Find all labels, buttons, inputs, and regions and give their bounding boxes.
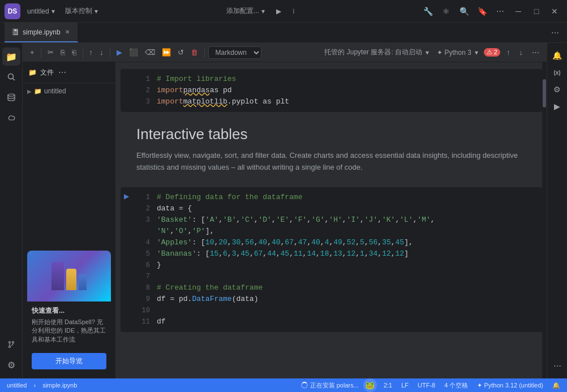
svg-point-5: [8, 346, 10, 348]
status-installing: 正在安装 polars...: [301, 381, 359, 390]
python-label: ✦ Python 3: [437, 49, 471, 57]
code-line-c2-2: 2 data = {: [139, 203, 538, 214]
vcs-label: 版本控制: [65, 6, 92, 16]
activity-search-icon[interactable]: [2, 68, 20, 86]
code-line-c2-10: 10: [139, 305, 538, 316]
tab-more-button[interactable]: ⋯: [548, 26, 562, 40]
code-cell-1[interactable]: 1 # Import libraries 2 import pandas as …: [121, 69, 542, 112]
status-python-version[interactable]: ✦ Python 3.12 (untitled): [475, 382, 545, 389]
svg-line-1: [12, 79, 15, 81]
editor-sidebar-split: 📁 文件 ⋯ ▶ 📁 untitled: [23, 62, 547, 378]
activity-bar: 📁 ⚙: [0, 43, 23, 378]
status-file[interactable]: simple.ipynb: [40, 382, 79, 389]
stop-button[interactable]: ⬛: [126, 46, 141, 59]
notification-icon[interactable]: 🔔: [549, 48, 565, 63]
move-up-button[interactable]: ↑: [87, 46, 96, 59]
dropdown-arrow-server: ▾: [426, 49, 429, 57]
run-panel-icon[interactable]: ▶: [549, 98, 565, 114]
tab-simple-ipynb[interactable]: 📓 simple.ipynb ✕: [5, 23, 78, 42]
add-cell-button[interactable]: +: [27, 46, 37, 59]
more-panel-icon[interactable]: ⋯: [549, 358, 565, 374]
sidebar: 📁 文件 ⋯ ▶ 📁 untitled: [23, 62, 116, 378]
status-project-label: untitled: [7, 382, 27, 389]
status-installing-label: 正在安装 polars...: [310, 381, 359, 390]
error-badge[interactable]: ⚠ 2: [484, 48, 500, 57]
kernel-info: 托管的 Jupyter 服务器: 自动启动 ▾ ✦ Python 3 ▾ ⚠ 2…: [324, 46, 542, 59]
promo-desc: 刚开始使用 DataSpell? 充分利用您的 IDE，熟悉其工具和基本工作流: [32, 318, 106, 344]
settings-icon-btn[interactable]: 🔧: [420, 3, 436, 19]
maximize-button[interactable]: □: [529, 3, 544, 19]
project-menu-button[interactable]: untitled ▾: [24, 6, 58, 17]
status-line-ending-label: LF: [401, 382, 409, 389]
status-indent[interactable]: 4 个空格: [442, 381, 470, 390]
arrow-icon: ▶: [27, 88, 32, 94]
code-line-3: 3 import matplotlib.pyplot as plt: [139, 96, 538, 107]
nav-up-button[interactable]: ↑: [504, 46, 513, 59]
move-down-button[interactable]: ↓: [97, 46, 106, 59]
clear-button[interactable]: ⌫: [142, 46, 158, 59]
activity-settings-icon[interactable]: ⚙: [2, 356, 20, 374]
code-cell-2[interactable]: ▶ 1 # Defining data for the dataframe 2 …: [121, 187, 542, 332]
activity-database-icon[interactable]: [2, 88, 20, 106]
tab-close-button[interactable]: ✕: [64, 28, 71, 36]
code-lines-1: 1 # Import libraries 2 import pandas as …: [121, 69, 542, 112]
run-arrow-icon: ▶: [124, 192, 129, 200]
sidebar-project-label: 文件: [40, 68, 54, 77]
status-position[interactable]: 2:1: [381, 382, 394, 389]
status-encoding-label: UTF-8: [418, 382, 435, 389]
copy-button[interactable]: ⎘: [58, 46, 68, 59]
add-config-label: 添加配置...: [226, 6, 259, 16]
file-tree-item-untitled[interactable]: ▶ 📁 untitled: [23, 85, 115, 97]
settings-panel-icon[interactable]: ⚙: [549, 81, 565, 97]
status-notifications-btn[interactable]: 🔔: [550, 382, 562, 389]
status-project[interactable]: untitled: [5, 382, 29, 389]
promo-panel: 快速查看... 刚开始使用 DataSpell? 充分利用您的 IDE，熟悉其工…: [27, 251, 111, 374]
run-button[interactable]: ▶: [273, 6, 285, 17]
status-python-version-label: ✦ Python 3.12 (untitled): [477, 382, 543, 389]
bookmark-btn[interactable]: 🔖: [474, 3, 490, 19]
debug-button[interactable]: ⁞: [289, 6, 298, 17]
status-encoding[interactable]: UTF-8: [415, 382, 437, 389]
cell-type-selector[interactable]: Markdown Code Raw: [208, 46, 261, 59]
svg-point-2: [8, 94, 15, 96]
activity-git-icon[interactable]: [2, 335, 20, 354]
title-bar-left: DS untitled ▾ 版本控制 ▾: [5, 3, 101, 19]
code-line-c2-11: 11 df: [139, 316, 538, 328]
add-config-button[interactable]: 添加配置... ▾: [223, 5, 268, 18]
atom-icon-btn[interactable]: ⚛: [438, 3, 454, 19]
nav-down-button[interactable]: ↓: [517, 46, 526, 59]
delete-button[interactable]: 🗑: [188, 46, 201, 59]
notebook-content: 1 # Import libraries 2 import pandas as …: [116, 62, 547, 378]
vcs-button[interactable]: 版本控制 ▾: [62, 5, 101, 18]
paste-button[interactable]: ⎗: [69, 46, 79, 59]
promo-start-button[interactable]: 开始导览: [32, 353, 106, 369]
run-cell-button[interactable]: ▶: [114, 46, 125, 59]
toolbar-more-button[interactable]: ⋯: [529, 46, 542, 59]
search-btn[interactable]: 🔍: [456, 3, 472, 19]
status-avatar[interactable]: 🐸: [363, 378, 377, 392]
status-file-label: simple.ipynb: [42, 382, 77, 389]
toolbar-separator-2: [83, 48, 83, 58]
cut-button[interactable]: ✂: [45, 46, 57, 59]
right-panel: 🔔 (x) ⚙ ▶ ⋯: [547, 43, 567, 378]
scroll-thumb: [543, 79, 546, 107]
status-line-ending[interactable]: LF: [399, 382, 411, 389]
activity-cloud-icon[interactable]: [2, 109, 20, 127]
scrollbar[interactable]: [542, 62, 547, 378]
code-line-c2-5: 5 'Bananas': [15, 6, 3, 45, 67, 44, 45, …: [139, 248, 538, 260]
sidebar-menu-button[interactable]: ⋯: [57, 67, 67, 78]
activity-folder-icon[interactable]: 📁: [2, 48, 20, 66]
code-line-c2-1: 1 # Defining data for the dataframe: [139, 192, 538, 203]
restart-button[interactable]: ↺: [175, 46, 187, 59]
menu-btn[interactable]: ⋯: [492, 3, 508, 19]
promo-graphic-1: [51, 262, 64, 290]
promo-content: 快速查看... 刚开始使用 DataSpell? 充分利用您的 IDE，熟悉其工…: [27, 301, 111, 348]
code-line-c2-3b: 'N', 'O', 'P'],: [139, 226, 538, 237]
svg-point-0: [8, 74, 13, 79]
toolbar-separator-3: [110, 48, 110, 58]
run-all-button[interactable]: ⏩: [159, 46, 174, 59]
variables-icon[interactable]: (x): [549, 64, 565, 80]
minimize-button[interactable]: ─: [510, 3, 526, 19]
close-button[interactable]: ✕: [547, 3, 562, 19]
notebook-icon: 📓: [11, 28, 19, 36]
